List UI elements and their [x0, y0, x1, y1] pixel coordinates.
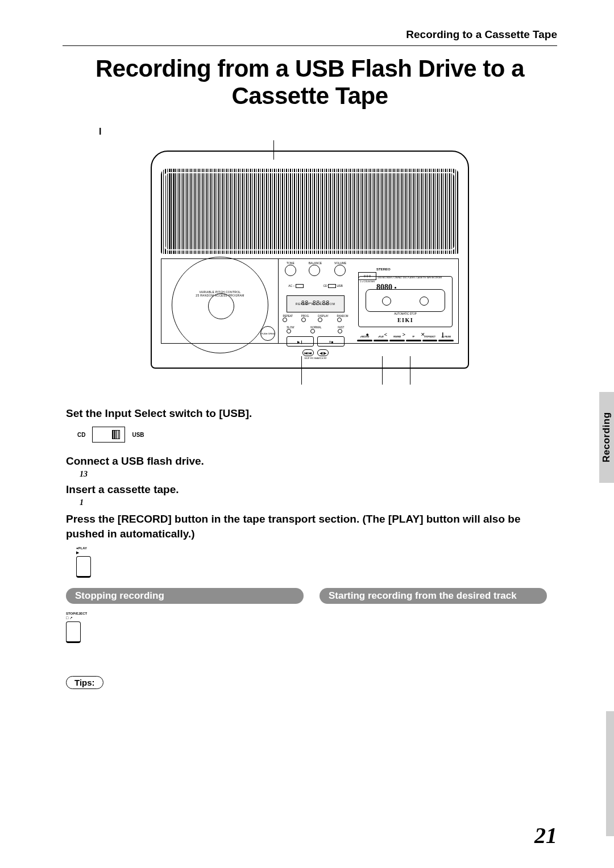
tape-rewind-button[interactable]: REWIND	[389, 340, 405, 341]
cd-disc-icon: VARIABLE PITCH CONTROL 25 RANDOM ACCESS …	[172, 257, 268, 353]
tape-ff-button[interactable]: FF	[406, 340, 421, 341]
slow-button[interactable]	[287, 329, 291, 333]
tape-record-button[interactable]: ●RECORD	[357, 340, 372, 341]
section-tab: Recording	[599, 392, 614, 483]
auto-stop-label: AUTOMATIC STOP	[359, 312, 452, 315]
power-switch[interactable]	[296, 284, 304, 288]
input-switch[interactable]	[328, 284, 336, 288]
control-panel: VARIABLE PITCH CONTROL 25 RANDOM ACCESS …	[161, 258, 459, 344]
stop-clear-button[interactable]: ✕■	[317, 336, 345, 347]
input-select-slot	[92, 427, 125, 443]
tape-pause-button[interactable]: ❙❙PAUSE	[438, 340, 454, 341]
play-key-shape[interactable]	[76, 556, 91, 578]
page-edge-tab	[606, 711, 614, 836]
tape-section: 0 0 0 2 x COUNTER STEREO USB RECORDER / …	[352, 259, 458, 343]
switch-usb-label: USB	[132, 432, 144, 438]
callout-line	[301, 356, 302, 385]
play-triangle-icon: ▶	[76, 550, 557, 555]
stop-key-figure: STOP/EJECT □ ↗	[66, 612, 304, 643]
cassette-window	[366, 289, 445, 312]
repeat-label: REPEAT	[283, 315, 293, 318]
normal-button[interactable]	[310, 329, 315, 333]
speaker-grill	[161, 169, 459, 254]
page-title: Recording from a USB Flash Drive to a Ca…	[63, 55, 557, 110]
manual-page: Recording to a Cassette Tape Recording f…	[0, 0, 614, 868]
cd-section: VARIABLE PITCH CONTROL 25 RANDOM ACCESS …	[161, 259, 279, 343]
balance-knob[interactable]	[309, 265, 320, 276]
stopping-recording-heading: Stopping recording	[66, 588, 304, 604]
cd-sw-label: CD	[323, 284, 327, 287]
tape-stop-eject-button[interactable]: STOP/EJECT	[422, 340, 438, 341]
repeat-button[interactable]	[283, 318, 287, 322]
callout-marker: I	[99, 127, 557, 137]
stop-eject-icon: □ ↗	[66, 616, 304, 620]
step-2: Connect a USB flash drive.	[66, 455, 557, 468]
stereo-label: STEREO	[376, 268, 391, 271]
usb-sw-label: USB	[337, 284, 342, 287]
play-pause-button[interactable]: ▶❙	[287, 336, 314, 347]
step-4: Press the [RECORD] button in the tape tr…	[66, 512, 557, 541]
skip-prev-button[interactable]: ⏮⏮	[302, 349, 314, 356]
eiki-brand-label: EIKI	[359, 317, 452, 323]
steps-section: Set the Input Select switch to [USB]. CD…	[63, 407, 557, 689]
display-button[interactable]	[318, 318, 322, 322]
cd-text-2: 25 RANDOM ACCESS PROGRAM	[196, 294, 244, 297]
device-illustration: VARIABLE PITCH CONTROL 25 RANDOM ACCESS …	[151, 140, 469, 385]
skip-labels: SKIP FR SEARCH FF	[279, 357, 352, 360]
switch-figure: CD USB	[77, 427, 557, 450]
callout-line	[382, 356, 383, 385]
play-key-figure: ●PLAY ▶	[76, 546, 557, 578]
skip-next-button[interactable]: ◀ ▶	[317, 349, 329, 356]
spool-left-icon	[382, 297, 391, 306]
fast-label: FAST	[338, 326, 344, 329]
stop-key-label: STOP/EJECT	[66, 612, 304, 615]
random-button[interactable]	[337, 318, 342, 322]
normal-label: NORMAL	[310, 326, 321, 329]
play-key-label: ●PLAY	[76, 546, 557, 550]
page-number: 21	[534, 822, 557, 849]
display-label: DISPLAY	[318, 315, 329, 318]
tone-knob[interactable]	[285, 265, 296, 276]
callout-line	[410, 356, 410, 385]
fast-button[interactable]	[338, 329, 342, 333]
lcd-display: REPEAT ALL RANDOM 88−88:88	[287, 295, 345, 312]
tape-play-button[interactable]: ●PLAY	[374, 340, 389, 341]
display-top-text: REPEAT ALL RANDOM	[287, 297, 344, 311]
starting-recording-heading: Starting recording from the desired trac…	[320, 588, 547, 604]
switch-cd-label: CD	[77, 432, 85, 438]
mid-controls: TONE BALANCE VOLUME AC ~ CD USB REPEAT A…	[279, 259, 352, 343]
push-open-button[interactable]: PUSH OPEN	[260, 326, 275, 341]
slow-label: SLOW	[287, 326, 294, 329]
random-label: RANDOM	[337, 315, 349, 318]
step-2-ref: 13	[80, 470, 557, 479]
skip-search-row: ⏮⏮ ◀ ▶ SKIP FR SEARCH FF	[279, 349, 352, 360]
step-1: Set the Input Select switch to [USB].	[66, 407, 557, 420]
stop-key-shape[interactable]	[66, 621, 81, 643]
prog-label: PROG.	[301, 315, 310, 318]
ac-label: AC ~	[288, 284, 294, 287]
running-head: Recording to a Cassette Tape	[63, 28, 557, 46]
prog-button[interactable]	[301, 318, 306, 322]
step-3-ref: 1	[80, 498, 557, 507]
input-select-handle[interactable]	[112, 430, 120, 439]
volume-knob[interactable]	[334, 265, 346, 276]
balance-label: BALANCE	[309, 261, 322, 265]
cassette-door[interactable]: AUTOMATIC STOP EIKI	[358, 276, 453, 327]
tips-label: Tips:	[66, 676, 103, 689]
step-3: Insert a cassette tape.	[66, 483, 557, 496]
spool-right-icon	[420, 297, 429, 306]
